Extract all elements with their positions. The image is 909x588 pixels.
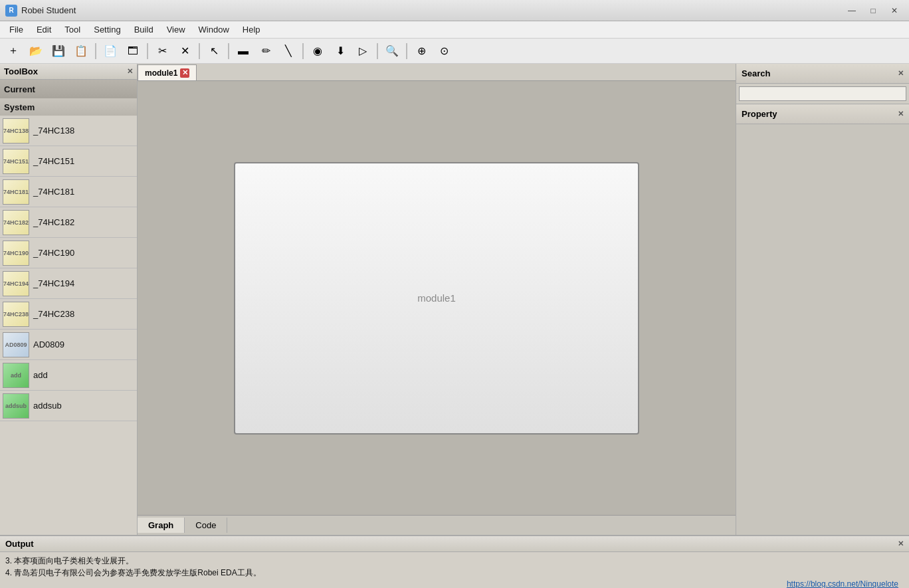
toolbox-list: 74HC138_74HC13874HC151_74HC15174HC181_74… — [0, 116, 137, 535]
minimize-button[interactable]: — — [843, 4, 861, 17]
output-line: 3. 本赛项面向电子类相关专业展开。 — [5, 555, 904, 567]
bottom-tab-code[interactable]: Code — [185, 518, 227, 533]
wire-button[interactable]: ✏ — [255, 41, 276, 61]
toolbox: ToolBox ✕ Current System 74HC138_74HC138… — [0, 64, 138, 535]
toolbox-icon-_74hc151: 74HC151 — [3, 149, 29, 174]
new-button[interactable]: ＋ — [3, 41, 24, 61]
zoom-button[interactable]: 🔍 — [381, 41, 403, 61]
search-close[interactable]: ✕ — [898, 69, 904, 78]
zoomout-button[interactable]: ⊙ — [433, 41, 454, 61]
toolbar-separator-6 — [147, 43, 148, 59]
toolbox-item-_74hc190[interactable]: 74HC190_74HC190 — [0, 238, 137, 268]
open-button[interactable]: 📂 — [25, 41, 47, 61]
toolbox-item-ad0809[interactable]: AD0809AD0809 — [0, 330, 137, 360]
search-header: Search ✕ — [736, 64, 909, 84]
output-content: 3. 本赛项面向电子类相关专业展开。4. 青岛若贝电子有限公司会为参赛选手免费发… — [0, 552, 909, 588]
toolbox-close[interactable]: ✕ — [127, 67, 133, 76]
toolbox-icon-_74hc194: 74HC194 — [3, 271, 29, 296]
toolbox-icon-_74hc181: 74HC181 — [3, 179, 29, 205]
toolbar-separator-15 — [377, 43, 378, 59]
window-controls: — □ ✕ — [843, 4, 904, 17]
toolbox-system[interactable]: System — [0, 98, 137, 116]
tab-close-button[interactable]: ✕ — [180, 68, 189, 78]
toolbox-icon-_74hc182: 74HC182 — [3, 210, 29, 235]
toolbox-item-_74hc151[interactable]: 74HC151_74HC151 — [0, 146, 137, 177]
toolbox-icon-_74hc238: 74HC238 — [3, 302, 29, 327]
toolbox-label-_74hc151: _74HC151 — [33, 156, 74, 166]
toolbox-item-_74hc181[interactable]: 74HC181_74HC181 — [0, 177, 137, 207]
menu-item-window[interactable]: Window — [192, 23, 236, 37]
menu-bar: FileEditToolSettingBuildViewWindowHelp — [0, 21, 909, 39]
toolbar: ＋📂💾📋📄🗔✂✕↖▬✏╲◉⬇▷🔍⊕⊙ — [0, 39, 909, 64]
app-title: Robei Student — [21, 5, 843, 15]
output-line: 4. 青岛若贝电子有限公司会为参赛选手免费发放学生版Robei EDA工具。 — [5, 567, 904, 579]
property-title: Property — [742, 109, 777, 119]
close-button[interactable]: ✕ — [885, 4, 904, 17]
line-button[interactable]: ╲ — [278, 41, 299, 61]
search-title: Search — [742, 68, 770, 78]
workspace: module1✕ module1 GraphCode — [138, 64, 736, 535]
toolbox-current: Current — [0, 80, 137, 98]
toolbox-item-addsub[interactable]: addsubaddsub — [0, 391, 137, 421]
toolbox-label-add: add — [33, 370, 48, 380]
newmodule-button[interactable]: 🗔 — [122, 41, 144, 61]
toolbox-icon-_74hc138: 74HC138 — [3, 118, 29, 144]
toolbar-separator-4 — [95, 43, 96, 59]
toolbox-header: ToolBox ✕ — [0, 64, 137, 80]
output-link[interactable]: https://blog.csdn.net/Ninquelote — [5, 579, 904, 588]
toolbox-label-_74hc138: _74HC138 — [33, 126, 74, 136]
bottom-tabs: GraphCode — [138, 515, 736, 535]
menu-item-tool[interactable]: Tool — [58, 23, 87, 37]
toolbar-separator-8 — [199, 43, 200, 59]
toolbox-item-_74hc138[interactable]: 74HC138_74HC138 — [0, 116, 137, 146]
output-close[interactable]: ✕ — [898, 539, 904, 548]
run-button[interactable]: ▷ — [352, 41, 373, 61]
newfile-button[interactable]: 📄 — [100, 41, 121, 61]
delete-button[interactable]: ✕ — [174, 41, 195, 61]
main-content: ToolBox ✕ Current System 74HC138_74HC138… — [0, 64, 909, 535]
title-bar: R Robei Student — □ ✕ — [0, 0, 909, 21]
search-input-area — [736, 84, 909, 104]
toolbox-item-_74hc238[interactable]: 74HC238_74HC238 — [0, 299, 137, 330]
search-input[interactable] — [739, 86, 906, 101]
tabs-bar: module1✕ — [138, 64, 736, 81]
toolbox-item-_74hc182[interactable]: 74HC182_74HC182 — [0, 207, 137, 238]
menu-item-help[interactable]: Help — [236, 23, 267, 37]
menu-item-build[interactable]: Build — [128, 23, 160, 37]
maximize-button[interactable]: □ — [864, 4, 882, 17]
menu-item-view[interactable]: View — [160, 23, 192, 37]
toolbox-label-ad0809: AD0809 — [33, 340, 64, 349]
menu-item-edit[interactable]: Edit — [30, 23, 58, 37]
toolbar-separator-16 — [406, 43, 407, 59]
bottom-tab-graph[interactable]: Graph — [138, 518, 185, 533]
right-panel: Search ✕ Property ✕ — [736, 64, 909, 535]
export-button[interactable]: 📋 — [70, 41, 92, 61]
output-header: Output ✕ — [0, 536, 909, 552]
menu-item-setting[interactable]: Setting — [87, 23, 127, 37]
toolbox-item-_74hc194[interactable]: 74HC194_74HC194 — [0, 268, 137, 299]
toolbox-label-_74hc182: _74HC182 — [33, 217, 74, 227]
toolbox-icon-add: add — [3, 363, 29, 388]
toolbox-label-_74hc190: _74HC190 — [33, 248, 74, 258]
toolbox-title: ToolBox — [4, 66, 38, 76]
port-button[interactable]: ▬ — [233, 41, 254, 61]
select-button[interactable]: ↖ — [203, 41, 225, 61]
output-title: Output — [5, 539, 34, 549]
toolbar-separator-9 — [228, 43, 229, 59]
cut-button[interactable]: ✂ — [152, 41, 173, 61]
simulate-button[interactable]: ◉ — [307, 41, 328, 61]
tab-module1[interactable]: module1✕ — [138, 64, 197, 80]
toolbox-icon-_74hc190: 74HC190 — [3, 241, 29, 266]
canvas-area[interactable]: module1 — [138, 81, 736, 515]
property-section — [736, 124, 909, 535]
menu-item-file[interactable]: File — [3, 23, 30, 37]
property-close[interactable]: ✕ — [898, 110, 904, 118]
app-icon: R — [5, 5, 17, 17]
canvas-label: module1 — [417, 292, 456, 304]
zoomin-button[interactable]: ⊕ — [411, 41, 432, 61]
download-button[interactable]: ⬇ — [330, 41, 351, 61]
toolbox-label-addsub: addsub — [33, 401, 62, 411]
module-canvas: module1 — [234, 162, 639, 435]
save-button[interactable]: 💾 — [48, 41, 69, 61]
toolbox-item-add[interactable]: addadd — [0, 360, 137, 391]
